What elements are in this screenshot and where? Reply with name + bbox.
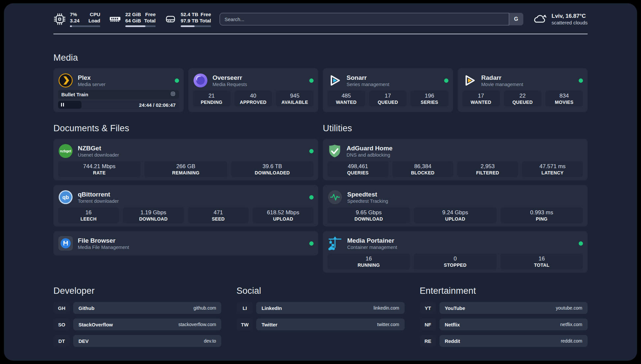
status-dot [309, 195, 314, 199]
stat-tile: 2,953FILTERED [457, 161, 518, 177]
topbar: 7%CPU 3.24Load 22 GiBFree 64 GiBTotal [53, 3, 588, 27]
stat-tile: 618.52 MbpsUPLOAD [253, 207, 314, 223]
cpu-icon [53, 13, 66, 25]
ram-free-label: Free [145, 11, 156, 17]
link-url: github.com [194, 305, 216, 311]
speedtest-icon [327, 190, 343, 205]
weather-widget: Lviv, 16.87°C scattered clouds [532, 13, 588, 26]
app-card-speedtest[interactable]: Speedtest Speedtest Tracking 9.65 GbpsDO… [323, 185, 588, 227]
stat-tile: 40APPROVED [234, 91, 272, 106]
link-abbr: LI [236, 302, 253, 314]
svg-text:nzbget: nzbget [60, 149, 71, 153]
app-card-filebrowser[interactable]: File Browser Media File Management [53, 231, 318, 256]
section-title-documents: Documents & Files [53, 123, 318, 134]
link-youtube[interactable]: YT YouTubeyoutube.com [420, 302, 588, 314]
svg-text:qb: qb [62, 194, 69, 200]
cpu-widget: 7%CPU 3.24Load [53, 11, 100, 27]
app-subtitle: Media server [78, 81, 106, 87]
stat-tile: 744.21 MbpsRATE [58, 161, 140, 177]
app-card-overseerr[interactable]: Overseerr Media Requests 21PENDING 40APP… [188, 68, 319, 112]
app-title: Radarr [481, 74, 523, 81]
stat-tile: 945AVAILABLE [276, 91, 314, 106]
status-dot [309, 149, 314, 153]
weather-location-temp: Lviv, 16.87°C [552, 13, 588, 19]
app-card-portainer[interactable]: Media Portainer Container management 16R… [323, 231, 588, 273]
stat-tile: 16RUNNING [327, 254, 410, 269]
app-subtitle: Series management [347, 81, 389, 87]
app-card-nzbget[interactable]: nzbget NZBGet Usenet downloader 744.21 M… [53, 139, 318, 180]
disk-total-label: Total [199, 17, 211, 24]
portainer-icon [327, 236, 343, 251]
stat-tile: 86,384BLOCKED [392, 161, 453, 177]
link-name: YouTube [445, 305, 465, 311]
disk-free-label: Free [200, 11, 211, 17]
stat-tile: 1.19 GbpsDOWNLOAD [123, 207, 184, 223]
search-input[interactable] [220, 13, 523, 25]
link-abbr: RE [420, 335, 436, 347]
now-playing-row: Bullet Train [58, 90, 179, 99]
app-card-plex[interactable]: Plex Media server Bullet Train [53, 68, 184, 112]
app-title: Overseerr [213, 74, 247, 81]
stat-tile: 485WANTED [327, 91, 365, 106]
cpu-progress-fill [70, 25, 72, 27]
stat-tile: 471SEED [188, 207, 249, 223]
app-card-radarr[interactable]: Radarr Movie management 17WANTED 22QUEUE… [458, 68, 588, 112]
link-twitter[interactable]: TW Twittertwitter.com [236, 318, 404, 330]
cpu-load-label: Load [88, 17, 100, 24]
ram-total-label: Total [144, 17, 156, 24]
app-subtitle: DNS and adblocking [347, 152, 392, 158]
stat-tile: 17WANTED [462, 91, 500, 106]
section-title-utilities: Utilities [323, 123, 588, 134]
link-url: twitter.com [377, 322, 399, 327]
link-name: DEV [78, 338, 89, 344]
stat-tile: 16TOTAL [501, 254, 583, 269]
link-abbr: NF [420, 318, 436, 330]
link-linkedin[interactable]: LI LinkedInlinkedin.com [236, 302, 404, 314]
app-card-adguard[interactable]: AdGuard Home DNS and adblocking 498,461Q… [323, 139, 588, 180]
app-card-sonarr[interactable]: Sonarr Series management 485WANTED 17QUE… [323, 68, 453, 112]
search-engine-button[interactable]: G [509, 13, 523, 25]
app-card-qbittorrent[interactable]: qb qBittorrent Torrent downloader 16LEEC… [53, 185, 318, 227]
link-stackoverflow[interactable]: SO StackOverflowstackoverflow.com [53, 318, 221, 330]
app-title: Speedtest [347, 191, 388, 198]
app-subtitle: Media Requests [213, 81, 247, 87]
now-playing-title: Bullet Train [61, 92, 88, 97]
disk-progress-fill [181, 25, 195, 27]
section-entertainment: Entertainment YT YouTubeyoutube.com NF N… [420, 286, 588, 351]
link-url: stackoverflow.com [178, 322, 216, 327]
stat-tile: 0.993 msPING [501, 207, 583, 223]
playback-progress-fill [58, 101, 81, 109]
status-dot [309, 241, 314, 246]
link-name: Reddit [445, 338, 460, 344]
dashboard-panel: 7%CPU 3.24Load 22 GiBFree 64 GiBTotal [4, 3, 637, 361]
overseerr-icon [193, 73, 208, 88]
link-url: reddit.com [561, 338, 582, 344]
stat-tile: 16LEECH [58, 207, 119, 223]
disk-free: 52.4 TB [181, 11, 198, 17]
qbittorrent-icon: qb [58, 190, 73, 205]
link-reddit[interactable]: RE Redditreddit.com [420, 335, 588, 347]
playback-progress[interactable]: 24:44 / 02:06:47 [58, 101, 179, 109]
stat-tile: 17QUEUED [369, 91, 407, 106]
session-screen-icon[interactable] [170, 91, 176, 98]
app-subtitle: Media File Management [78, 244, 129, 250]
stat-tile: 47.571 msLATENCY [522, 161, 583, 177]
radarr-icon [462, 73, 477, 88]
app-subtitle: Torrent downloader [78, 198, 119, 204]
link-dev[interactable]: DT DEVdev.to [53, 335, 221, 347]
disk-total: 97.9 TB [181, 17, 198, 24]
stat-tile: 21PENDING [193, 91, 230, 106]
status-dot [444, 78, 448, 83]
app-subtitle: Container management [347, 244, 397, 250]
filebrowser-icon [58, 236, 73, 251]
app-subtitle: Movie management [481, 81, 523, 87]
link-github[interactable]: GH Githubgithub.com [53, 302, 221, 314]
link-abbr: TW [236, 318, 253, 330]
sonarr-icon [327, 73, 342, 88]
app-title: NZBGet [78, 144, 119, 152]
stat-tile: 834MOVIES [545, 91, 583, 106]
section-documents: Documents & Files nzbget NZBGet U [53, 123, 318, 273]
playback-time: 24:44 / 02:06:47 [139, 102, 176, 108]
section-media: Media Plex Media server [53, 53, 588, 112]
link-netflix[interactable]: NF Netflixnetflix.com [420, 318, 588, 330]
